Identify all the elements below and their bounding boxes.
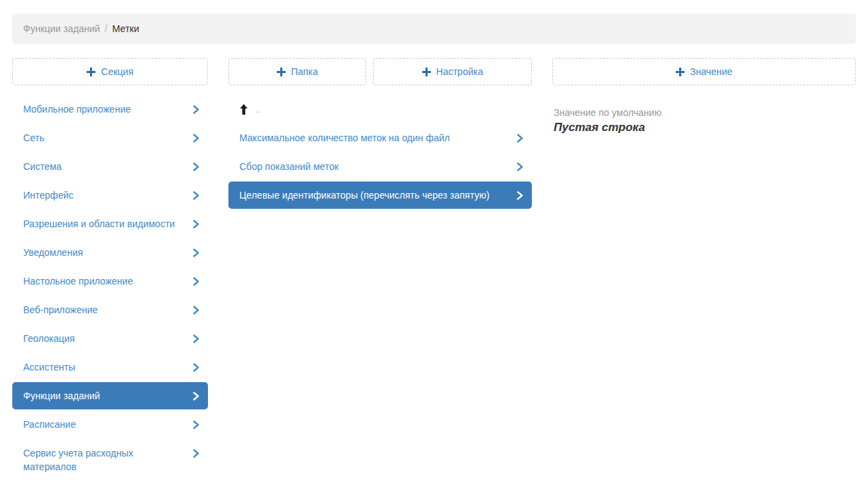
section-item-label: Уведомления [23,247,83,258]
add-section-button[interactable]: Секция [12,58,208,85]
section-item[interactable]: Уведомления [12,239,208,266]
default-value-text: Пустая строка [554,119,856,135]
section-item-label: Разрешения и области видимости [23,218,175,229]
chevron-right-icon [192,276,200,287]
chevron-right-icon [516,162,524,172]
chevron-right-icon [192,190,200,201]
section-item[interactable]: Интерфейс [12,182,208,209]
section-item[interactable]: Система [12,153,208,180]
arrow-up-icon [239,104,248,115]
section-item[interactable]: Веб-приложение [12,296,208,323]
chevron-right-icon [192,133,200,143]
chevron-right-icon [516,190,524,201]
add-value-button[interactable]: Значение [552,58,856,85]
section-item-label: Расписание [23,419,76,430]
setting-item-selected[interactable]: Целевые идентификаторы (перечислять чере… [228,182,532,209]
plus-icon [676,68,685,76]
value-column: Значение Значение по умолчанию Пустая ст… [552,58,856,135]
section-item[interactable]: Ассистенты [12,353,208,381]
chevron-right-icon [192,334,200,344]
section-item-label: Настольное приложение [23,276,133,287]
section-item-selected[interactable]: Функции заданий [12,382,208,409]
section-item-label: Интерфейс [23,190,74,201]
setting-item-label: Сбор показаний меток [239,161,339,172]
section-item[interactable]: Мобильное приложение [12,96,208,123]
section-item-label: Сеть [23,132,44,143]
add-setting-button[interactable]: Настройка [373,58,532,85]
setting-item[interactable]: Сбор показаний меток [228,153,532,180]
plus-icon [422,68,431,76]
setting-item-label: Целевые идентификаторы (перечислять чере… [239,190,490,201]
go-up-label: .. [256,104,260,115]
add-value-label: Значение [690,66,732,77]
section-item-label: Мобильное приложение [23,104,131,115]
chevron-right-icon [192,391,200,401]
add-folder-button[interactable]: Папка [228,58,366,85]
section-item-label: Функции заданий [23,390,100,401]
section-item-label: Ассистенты [23,362,75,373]
section-item[interactable]: Сервис учета расходных материалов [12,439,208,480]
section-item[interactable]: Геолокация [12,325,208,352]
breadcrumb: Функции заданий/Метки [12,14,856,44]
go-up-item[interactable]: .. [228,96,532,123]
plus-icon [87,68,95,76]
add-setting-label: Настройка [436,66,483,77]
section-item-label: Геолокация [23,333,75,344]
settings-column: Папка Настройка .. Максимальное количест… [228,58,532,210]
section-item[interactable]: Сеть [12,124,208,151]
section-item[interactable]: Расписание [12,411,208,438]
chevron-right-icon [192,420,200,430]
breadcrumb-separator: / [105,23,108,34]
settings-list: .. Максимальное количество меток на один… [228,96,532,209]
chevron-right-icon [192,104,200,115]
breadcrumb-parent-link[interactable]: Функции заданий [23,23,100,34]
chevron-right-icon [192,305,200,315]
chevron-right-icon [192,248,200,258]
section-item[interactable]: Разрешения и области видимости [12,210,208,237]
add-folder-label: Папка [291,66,318,77]
sections-column: Секция Мобильное приложение Сеть Система… [12,58,208,482]
chevron-right-icon [192,362,200,373]
section-item-label: Веб-приложение [23,304,98,315]
value-panel: Значение по умолчанию Пустая строка [552,106,856,135]
breadcrumb-current: Метки [112,23,139,34]
default-value-label: Значение по умолчанию [554,106,856,119]
plus-icon [277,68,286,76]
section-item-label: Система [23,161,61,172]
chevron-right-icon [192,219,200,229]
chevron-right-icon [192,448,200,459]
chevron-right-icon [516,133,524,143]
section-item[interactable]: Настольное приложение [12,267,208,295]
section-item-label: Сервис учета расходных материалов [23,448,133,472]
setting-item[interactable]: Максимальное количество меток на один фа… [228,124,532,151]
sections-list: Мобильное приложение Сеть Система Интерф… [12,96,208,480]
setting-item-label: Максимальное количество меток на один фа… [239,132,450,143]
add-section-label: Секция [101,66,133,77]
chevron-right-icon [192,162,200,172]
